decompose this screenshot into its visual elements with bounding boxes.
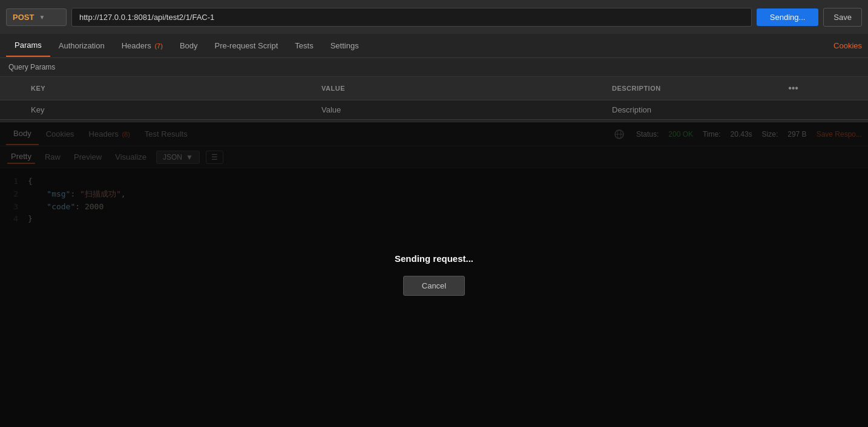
key-cell[interactable]: Key bbox=[21, 100, 312, 120]
params-table: KEY VALUE DESCRIPTION ••• bbox=[0, 77, 868, 120]
description-cell[interactable]: Description bbox=[602, 100, 775, 120]
tab-tests-label: Tests bbox=[295, 41, 313, 50]
method-label: POST bbox=[13, 13, 34, 22]
tab-settings[interactable]: Settings bbox=[322, 35, 367, 56]
tab-tests[interactable]: Tests bbox=[286, 35, 321, 56]
chevron-down-icon: ▼ bbox=[39, 14, 45, 21]
actions-col-header: ••• bbox=[775, 77, 868, 100]
row-checkbox-cell bbox=[0, 100, 21, 120]
url-bar: POST ▼ Sending... Save bbox=[0, 0, 868, 34]
key-col-header: KEY bbox=[21, 77, 312, 100]
table-row: Key Value Description bbox=[0, 100, 868, 120]
request-tabs: Params Authorization Headers (7) Body Pr… bbox=[0, 34, 868, 58]
tab-authorization-label: Authorization bbox=[59, 41, 105, 50]
row-actions-cell bbox=[775, 100, 868, 120]
sending-overlay: Sending request... Cancel bbox=[0, 122, 868, 427]
more-options-button[interactable]: ••• bbox=[784, 82, 802, 95]
tab-params-label: Params bbox=[15, 41, 42, 50]
description-col-header: DESCRIPTION bbox=[602, 77, 775, 100]
method-select[interactable]: POST ▼ bbox=[6, 8, 67, 26]
tab-headers[interactable]: Headers (7) bbox=[113, 35, 171, 56]
save-button[interactable]: Save bbox=[823, 8, 862, 27]
sending-text: Sending request... bbox=[395, 253, 473, 264]
value-col-header: VALUE bbox=[312, 77, 602, 100]
cancel-button[interactable]: Cancel bbox=[403, 276, 465, 296]
tab-authorization[interactable]: Authorization bbox=[50, 35, 113, 56]
tab-pre-request-script[interactable]: Pre-request Script bbox=[206, 35, 287, 56]
tab-headers-label: Headers bbox=[122, 41, 151, 50]
value-cell[interactable]: Value bbox=[312, 100, 602, 120]
tab-params[interactable]: Params bbox=[6, 34, 50, 57]
query-params-section: Query Params bbox=[0, 58, 868, 77]
tab-pre-request-label: Pre-request Script bbox=[215, 41, 278, 50]
tab-settings-label: Settings bbox=[330, 41, 359, 50]
query-params-label: Query Params bbox=[8, 63, 55, 71]
checkbox-col-header bbox=[0, 77, 21, 100]
cookies-link[interactable]: Cookies bbox=[833, 41, 862, 50]
response-panel: Body Cookies Headers (8) Test Results St… bbox=[0, 122, 868, 427]
url-input[interactable] bbox=[71, 8, 752, 27]
main-content: Params Authorization Headers (7) Body Pr… bbox=[0, 34, 868, 427]
headers-badge: (7) bbox=[154, 42, 162, 50]
table-header-row: KEY VALUE DESCRIPTION ••• bbox=[0, 77, 868, 100]
tab-body[interactable]: Body bbox=[171, 35, 206, 56]
request-panel: Params Authorization Headers (7) Body Pr… bbox=[0, 34, 868, 120]
tab-body-label: Body bbox=[180, 41, 198, 50]
send-button[interactable]: Sending... bbox=[757, 8, 819, 26]
